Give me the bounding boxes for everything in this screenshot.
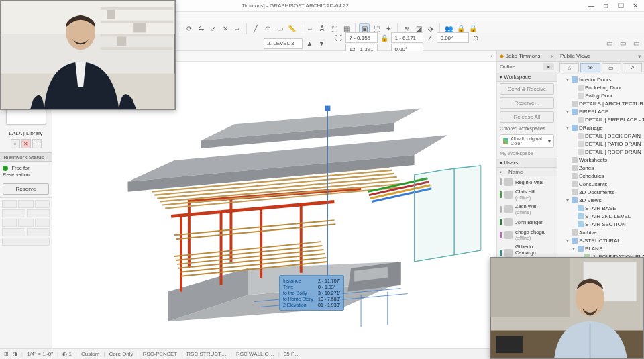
tree-item[interactable]: Swing Door — [572, 92, 643, 100]
tree-item[interactable]: DETAIL | FIREPLACE - TUNNEL — [572, 116, 643, 124]
svg-rect-63 — [496, 336, 522, 353]
video-participant-1[interactable] — [0, 0, 176, 110]
user-row[interactable]: Reginio Vital — [497, 176, 557, 187]
lock-icon[interactable]: 🔒 — [379, 32, 390, 43]
tree-item[interactable]: ▾DRainageDETAIL | DECK DRAINDETAIL | PAT… — [566, 124, 643, 156]
trim-icon[interactable]: ✕ — [220, 23, 231, 34]
nav-publisher-icon[interactable]: ↗ — [623, 63, 642, 72]
users-section[interactable]: ▾ Users — [497, 158, 557, 168]
svg-rect-50 — [101, 21, 174, 23]
avatar-icon — [504, 218, 513, 226]
rotate-icon[interactable]: ⟳ — [184, 23, 195, 34]
level-up-icon[interactable]: ▲ — [304, 38, 315, 49]
minimize-button[interactable]: — — [586, 2, 596, 9]
navigator-tabs: ⌂ 👁 ▭ ↗ — [557, 62, 644, 74]
coord-a: 7 - 0.155 — [345, 32, 378, 43]
line-icon[interactable]: ╱ — [250, 23, 261, 34]
teamwork-status-header[interactable]: Teamwork Status — [0, 152, 52, 162]
sb-orient-icon[interactable]: ◑ — [13, 351, 17, 357]
avatar-icon — [504, 205, 513, 213]
sb-penset[interactable]: RSC-PENSET — [143, 351, 178, 357]
user-row[interactable]: ehoga ehoga(offline) — [497, 227, 557, 242]
svg-line-18 — [176, 224, 335, 239]
tree-item[interactable]: Archive — [566, 229, 643, 237]
extend-icon[interactable]: → — [232, 23, 243, 34]
tree-item[interactable]: Zones — [566, 164, 643, 172]
status-toggle[interactable]: ● — [543, 63, 554, 70]
sb-layer-combo[interactable]: Custom — [81, 351, 100, 357]
tree-item[interactable]: ▾FIREPLACEDETAIL | FIREPLACE - TUNNEL — [566, 108, 643, 124]
tree-item[interactable]: DETAIL | PATIO DRAIN — [572, 140, 643, 148]
user-row[interactable]: Chris Hill(offline) — [497, 187, 557, 202]
svg-line-17 — [174, 220, 334, 235]
reserve-button[interactable]: Reserve… — [500, 97, 554, 109]
svg-line-19 — [171, 202, 334, 217]
sb-mvo[interactable]: RSC STRUCT… — [186, 351, 227, 357]
palette-toggle-3-icon[interactable]: ▭ — [631, 38, 641, 49]
tree-item[interactable]: Pocketing Door — [572, 84, 643, 92]
close-button[interactable]: ✕ — [631, 2, 640, 9]
fit-window-icon[interactable]: ⛶ — [333, 32, 344, 43]
scale-icon[interactable]: ⤢ — [208, 23, 219, 34]
level-selector[interactable]: 2. LEVEL 3 — [264, 38, 303, 49]
panel-close-icon[interactable]: × — [551, 53, 554, 60]
user-row[interactable]: Zach Wall(offline) — [497, 202, 557, 217]
sb-grid-icon[interactable]: ⊞ — [4, 351, 9, 357]
restore-button[interactable]: ❐ — [616, 2, 625, 9]
sb-dim[interactable]: 05 P… — [284, 351, 300, 357]
tree-item[interactable]: STAIR BASE — [572, 205, 643, 213]
svg-line-11 — [174, 242, 321, 256]
tree-item[interactable]: DETAIL | DECK DRAIN — [572, 132, 643, 140]
tree-item[interactable]: DETAILS | ARCHITECTURAL — [566, 100, 643, 108]
tree-item[interactable]: DETAIL | ROOF DRAIN — [572, 148, 643, 156]
tree-item[interactable]: Consultants — [566, 181, 643, 189]
level-down-icon[interactable]: ▼ — [316, 38, 327, 49]
sb-override[interactable]: RSC WALL O… — [236, 351, 274, 357]
workspace-section[interactable]: ▸ Workspace — [497, 72, 557, 82]
panel-menu-icon[interactable]: ▾ — [638, 53, 641, 60]
fav-delete-icon[interactable]: ✕ — [21, 139, 31, 148]
svg-rect-53 — [107, 10, 115, 19]
fav-settings-icon[interactable]: ⋯ — [32, 139, 42, 148]
nav-layout-book-icon[interactable]: ▭ — [602, 63, 621, 72]
dim-icon[interactable]: ↔ — [305, 23, 315, 34]
angle-icon[interactable]: ∠ — [425, 32, 435, 43]
reserve-button[interactable]: Reserve — [3, 183, 49, 195]
workspace-color-mode[interactable]: All with original Color ▾ — [500, 134, 554, 148]
palette-toggle-1-icon[interactable]: ▭ — [604, 38, 614, 49]
svg-marker-32 — [415, 168, 455, 262]
tree-item[interactable]: Schedules — [566, 172, 643, 181]
video-participant-2[interactable] — [490, 257, 644, 359]
release-all-button[interactable]: Release All — [500, 111, 554, 123]
svg-rect-42 — [325, 106, 330, 111]
send-receive-button[interactable]: Send & Receive — [500, 83, 554, 95]
tree-item[interactable]: Worksheets — [566, 156, 643, 164]
snap-icon[interactable]: ⊙ — [470, 32, 481, 43]
maximize-button[interactable]: □ — [601, 2, 610, 9]
sb-scale[interactable]: 1/4" = 1'-0" — [27, 351, 53, 357]
fav-add-icon[interactable]: ▫ — [11, 139, 20, 148]
svg-rect-54 — [133, 23, 146, 33]
rect-icon[interactable]: ▭ — [274, 23, 285, 34]
tree-item[interactable]: 3D Documents — [566, 189, 643, 197]
sb-partial-display[interactable]: Core Only — [109, 351, 133, 357]
tree-item[interactable]: STAIR SECTION — [572, 221, 643, 229]
window-controls: — □ ❐ ✕ — [586, 2, 640, 9]
user-row[interactable]: John Berger — [497, 217, 557, 227]
tree-item[interactable]: ▾3D ViewsSTAIR BASESTAIR 2ND LEVELSTAIR … — [566, 197, 643, 229]
online-status: Online ● — [497, 62, 557, 72]
svg-rect-60 — [491, 258, 570, 317]
teamwork-panel-header[interactable]: ◆ Jake Timmons × — [497, 51, 557, 62]
nav-project-map-icon[interactable]: ⌂ — [559, 63, 579, 72]
text-icon[interactable]: A — [317, 23, 327, 34]
tree-item[interactable]: ▾Interior DoorsPocketing DoorSwing Door — [566, 76, 643, 100]
palette-toggle-2-icon[interactable]: ▭ — [617, 38, 628, 49]
navigator-header[interactable]: Public Views ▾ — [557, 51, 644, 62]
arc-icon[interactable]: ◠ — [262, 23, 273, 34]
avatar-icon — [504, 249, 513, 257]
sb-zoom[interactable]: ◐ 1 — [62, 351, 72, 357]
mirror-icon[interactable]: ⇋ — [196, 23, 207, 34]
nav-view-map-icon[interactable]: 👁 — [580, 63, 600, 72]
measure-icon[interactable]: 📏 — [286, 23, 297, 34]
tree-item[interactable]: STAIR 2ND LEVEL — [572, 213, 643, 221]
